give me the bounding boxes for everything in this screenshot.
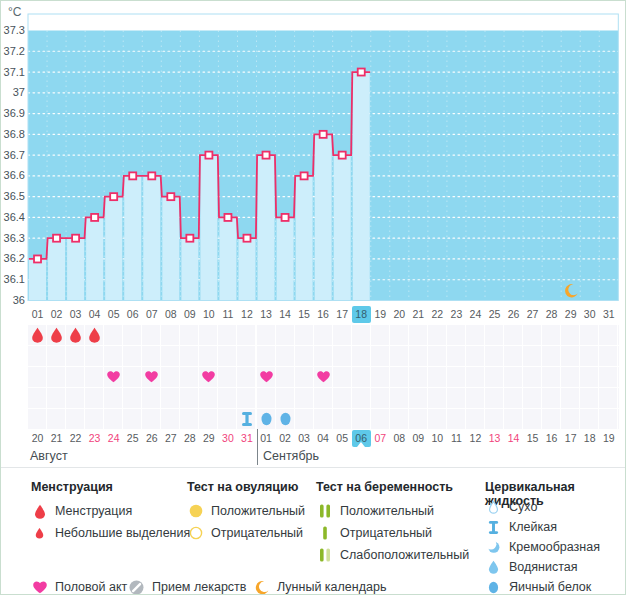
temperature-bar[interactable]	[29, 259, 46, 301]
temperature-point[interactable]	[53, 235, 60, 242]
calendar-date-26[interactable]: 26	[142, 430, 161, 447]
cycle-day-13[interactable]: 13	[257, 306, 276, 323]
calendar-date-13[interactable]: 13	[485, 430, 504, 447]
symptom-cell-heart[interactable]	[104, 366, 123, 387]
calendar-date-28[interactable]: 28	[180, 430, 199, 447]
temperature-bar[interactable]	[277, 217, 294, 300]
calendar-date-11[interactable]: 11	[447, 430, 466, 447]
temperature-point[interactable]	[358, 69, 365, 76]
temperature-bar[interactable]	[181, 238, 198, 300]
cycle-day-12[interactable]: 12	[237, 306, 256, 323]
calendar-date-18[interactable]: 18	[580, 430, 599, 447]
calendar-date-19[interactable]: 19	[599, 430, 618, 447]
temperature-bar[interactable]	[124, 176, 141, 301]
temperature-bar[interactable]	[353, 72, 370, 300]
calendar-date-24[interactable]: 24	[104, 430, 123, 447]
temperature-bar[interactable]	[238, 238, 255, 300]
temperature-bar[interactable]	[296, 176, 313, 301]
cycle-day-01[interactable]: 01	[28, 306, 47, 323]
temperature-point[interactable]	[34, 255, 41, 262]
temperature-bar[interactable]	[143, 176, 160, 301]
cycle-day-19[interactable]: 19	[371, 306, 390, 323]
cycle-day-15[interactable]: 15	[295, 306, 314, 323]
calendar-date-12[interactable]: 12	[466, 430, 485, 447]
cycle-day-14[interactable]: 14	[276, 306, 295, 323]
temperature-bar[interactable]	[162, 197, 179, 301]
cycle-day-30[interactable]: 30	[580, 306, 599, 323]
calendar-date-23[interactable]: 23	[85, 430, 104, 447]
temperature-bar[interactable]	[200, 155, 217, 300]
calendar-date-20[interactable]: 20	[28, 430, 47, 447]
cycle-day-22[interactable]: 22	[428, 306, 447, 323]
symptom-cell-heart[interactable]	[314, 366, 333, 387]
cycle-day-28[interactable]: 28	[542, 306, 561, 323]
cycle-day-08[interactable]: 08	[161, 306, 180, 323]
temperature-bar[interactable]	[86, 217, 103, 300]
cycle-day-26[interactable]: 26	[504, 306, 523, 323]
calendar-date-22[interactable]: 22	[66, 430, 85, 447]
temperature-point[interactable]	[110, 193, 117, 200]
temperature-point[interactable]	[263, 152, 270, 159]
cycle-day-10[interactable]: 10	[199, 306, 218, 323]
temperature-bar[interactable]	[258, 155, 275, 300]
temperature-bar[interactable]	[48, 238, 65, 300]
calendar-date-31[interactable]: 31	[237, 430, 256, 447]
temperature-point[interactable]	[224, 214, 231, 221]
temperature-point[interactable]	[282, 214, 289, 221]
symptom-cell-heart[interactable]	[257, 366, 276, 387]
calendar-date-29[interactable]: 29	[199, 430, 218, 447]
symptom-cell-heart[interactable]	[142, 366, 161, 387]
cycle-day-07[interactable]: 07	[142, 306, 161, 323]
temperature-point[interactable]	[72, 235, 79, 242]
calendar-date-21[interactable]: 21	[47, 430, 66, 447]
cycle-day-17[interactable]: 17	[333, 306, 352, 323]
calendar-date-06[interactable]: 06	[352, 430, 371, 447]
temperature-point[interactable]	[339, 152, 346, 159]
temperature-point[interactable]	[243, 235, 250, 242]
calendar-date-01[interactable]: 01	[257, 430, 276, 447]
calendar-date-10[interactable]: 10	[428, 430, 447, 447]
calendar-date-03[interactable]: 03	[295, 430, 314, 447]
calendar-date-27[interactable]: 27	[161, 430, 180, 447]
temperature-point[interactable]	[320, 131, 327, 138]
cycle-day-11[interactable]: 11	[218, 306, 237, 323]
temperature-point[interactable]	[148, 172, 155, 179]
calendar-date-04[interactable]: 04	[314, 430, 333, 447]
symptom-cell-eggwhite[interactable]	[257, 408, 276, 429]
symptom-cell-menstruation-drop[interactable]	[47, 324, 66, 345]
cycle-day-27[interactable]: 27	[523, 306, 542, 323]
calendar-date-09[interactable]: 09	[409, 430, 428, 447]
cycle-day-09[interactable]: 09	[180, 306, 199, 323]
temperature-point[interactable]	[301, 172, 308, 179]
temperature-bar[interactable]	[334, 155, 351, 300]
symptom-cell-menstruation-drop[interactable]	[66, 324, 85, 345]
symptom-cell-eggwhite[interactable]	[276, 408, 295, 429]
cycle-day-02[interactable]: 02	[47, 306, 66, 323]
cycle-day-23[interactable]: 23	[447, 306, 466, 323]
cycle-day-03[interactable]: 03	[66, 306, 85, 323]
cycle-day-29[interactable]: 29	[561, 306, 580, 323]
temperature-point[interactable]	[91, 214, 98, 221]
calendar-date-05[interactable]: 05	[333, 430, 352, 447]
calendar-date-16[interactable]: 16	[542, 430, 561, 447]
calendar-date-14[interactable]: 14	[504, 430, 523, 447]
calendar-date-08[interactable]: 08	[390, 430, 409, 447]
cycle-day-18[interactable]: 18	[352, 306, 371, 323]
cycle-day-31[interactable]: 31	[599, 306, 618, 323]
cycle-day-06[interactable]: 06	[123, 306, 142, 323]
calendar-date-30[interactable]: 30	[218, 430, 237, 447]
temperature-point[interactable]	[167, 193, 174, 200]
cycle-day-04[interactable]: 04	[85, 306, 104, 323]
temperature-bar[interactable]	[315, 134, 332, 300]
temperature-point[interactable]	[129, 172, 136, 179]
symptom-cell-sticky[interactable]	[237, 408, 256, 429]
calendar-date-02[interactable]: 02	[276, 430, 295, 447]
symptom-cell-heart[interactable]	[199, 366, 218, 387]
calendar-date-17[interactable]: 17	[561, 430, 580, 447]
calendar-date-25[interactable]: 25	[123, 430, 142, 447]
symptom-cell-menstruation-drop[interactable]	[85, 324, 104, 345]
calendar-date-07[interactable]: 07	[371, 430, 390, 447]
cycle-day-24[interactable]: 24	[466, 306, 485, 323]
temperature-bar[interactable]	[219, 217, 236, 300]
cycle-day-05[interactable]: 05	[104, 306, 123, 323]
